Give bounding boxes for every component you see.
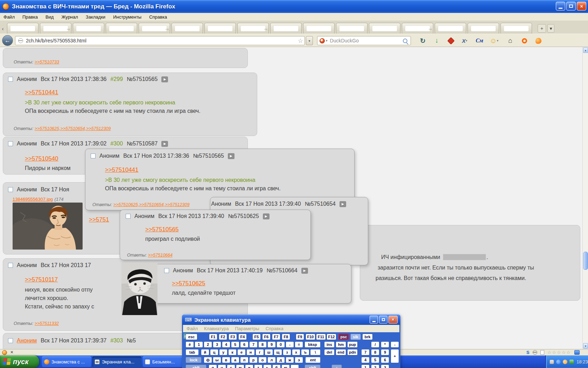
osk-maximize-button[interactable] bbox=[379, 316, 387, 323]
menu-help[interactable]: Справка bbox=[149, 14, 167, 20]
rating-stars-icon[interactable]: ☆☆☆☆☆ bbox=[547, 350, 571, 355]
expand-post-button[interactable]: ▶ bbox=[340, 201, 346, 207]
osk-key-F6[interactable]: F6 bbox=[262, 334, 271, 340]
ring-extension-icon[interactable] bbox=[519, 36, 530, 46]
reply-ref-link[interactable]: >>57510441 bbox=[25, 89, 58, 96]
osk-key-F8[interactable]: F8 bbox=[282, 334, 290, 340]
osk-key-psc[interactable]: psc bbox=[338, 334, 349, 340]
url-dropdown-button[interactable]: ▾ bbox=[306, 36, 313, 45]
osk-key-F4[interactable]: F4 bbox=[238, 334, 247, 340]
cat-thumbnail[interactable] bbox=[121, 263, 158, 315]
reply-ref-link[interactable]: >>57510565 bbox=[145, 226, 179, 233]
osk-key-2[interactable]: 2 bbox=[204, 341, 212, 348]
post-checkbox[interactable] bbox=[126, 214, 131, 219]
osk-key-*[interactable]: * bbox=[381, 341, 389, 348]
post-checkbox[interactable] bbox=[8, 77, 13, 82]
osk-key-pup[interactable]: pup bbox=[347, 341, 358, 348]
osk-key-ы[interactable]: ы bbox=[213, 357, 221, 363]
new-tab-button[interactable]: + bbox=[538, 24, 546, 33]
expand-post-button[interactable]: ▶ bbox=[228, 153, 234, 159]
page-scrollbar[interactable]: ▲ ▼ bbox=[582, 47, 588, 349]
expand-post-button[interactable]: ▶ bbox=[263, 213, 270, 219]
osk-menu-help[interactable]: Справка bbox=[266, 326, 284, 331]
osk-key-и[interactable]: и bbox=[245, 364, 253, 368]
osk-key-hm[interactable]: hm bbox=[336, 341, 346, 348]
post-checkbox[interactable] bbox=[8, 187, 13, 192]
adblock-toolbar-icon[interactable] bbox=[445, 36, 456, 46]
osk-key-F7[interactable]: F7 bbox=[272, 334, 280, 340]
post-number[interactable]: №57510565 bbox=[193, 153, 224, 159]
osk-key--[interactable]: - bbox=[286, 341, 294, 348]
osk-key-ins[interactable]: ins bbox=[324, 341, 335, 348]
tray-icon-c[interactable] bbox=[563, 360, 567, 364]
osk-key-4[interactable]: 4 bbox=[222, 341, 230, 348]
reply-link[interactable]: >>57510625,>>57510654,>>57512309 bbox=[35, 126, 111, 131]
osk-key-F12[interactable]: F12 bbox=[327, 334, 336, 340]
minimize-button[interactable] bbox=[556, 2, 565, 11]
osk-key-5[interactable]: 5 bbox=[231, 341, 239, 348]
osk-key-а[interactable]: а bbox=[231, 357, 239, 363]
osk-key-7[interactable]: 7 bbox=[361, 349, 370, 355]
osk-key-4[interactable]: 4 bbox=[361, 357, 370, 363]
osk-key-9[interactable]: 9 bbox=[267, 341, 276, 348]
taskbar-button-osk[interactable]: Экранная кла... bbox=[92, 356, 141, 367]
osk-key-+[interactable]: + bbox=[391, 349, 399, 363]
tab-3[interactable] bbox=[73, 23, 104, 34]
tab-2[interactable]: ... bbox=[40, 23, 71, 34]
post-checkbox[interactable] bbox=[91, 154, 96, 158]
osk-minimize-button[interactable] bbox=[370, 316, 378, 323]
tab-9[interactable] bbox=[270, 23, 302, 34]
osk-key-blank[interactable] bbox=[290, 364, 299, 368]
cm-extension-icon[interactable]: Cм bbox=[474, 36, 485, 46]
post-number[interactable]: №57510625 bbox=[228, 213, 259, 219]
smiley-extension-icon[interactable]: ☺▾ bbox=[487, 36, 503, 46]
tab-10[interactable] bbox=[303, 23, 335, 34]
osk-key-=[interactable]: = bbox=[295, 341, 303, 348]
menu-tools[interactable]: Инструменты bbox=[113, 14, 141, 20]
osk-key-ent[interactable]: ent bbox=[305, 357, 321, 363]
osk-key-tab[interactable]: tab bbox=[186, 349, 199, 355]
osk-menu-file[interactable]: Файл bbox=[187, 326, 198, 331]
scrollbar-up-button[interactable]: ▲ bbox=[583, 47, 588, 53]
post-number[interactable]: №57510654 bbox=[305, 201, 336, 207]
osk-key-ж[interactable]: ж bbox=[286, 357, 294, 363]
osk-key-pdn[interactable]: pdn bbox=[347, 349, 358, 355]
tray-shield-icon[interactable] bbox=[569, 360, 574, 364]
osk-key-F2[interactable]: F2 bbox=[219, 334, 227, 340]
osk-key-д[interactable]: д bbox=[276, 357, 285, 363]
page-status-icon[interactable] bbox=[540, 350, 544, 355]
panel-status-icon[interactable] bbox=[574, 350, 580, 355]
osk-key-/[interactable]: / bbox=[371, 341, 379, 348]
osk-key-shft[interactable]: shft bbox=[186, 364, 206, 368]
scrollbar-thumb[interactable] bbox=[583, 252, 588, 270]
osk-key-8[interactable]: 8 bbox=[258, 341, 267, 348]
osk-key-F5[interactable]: F5 bbox=[252, 334, 261, 340]
tab-8[interactable]: ... bbox=[237, 23, 269, 34]
osk-key-F10[interactable]: F10 bbox=[306, 334, 315, 340]
osk-key-5[interactable]: 5 bbox=[371, 357, 379, 363]
osk-key-г[interactable]: г bbox=[255, 349, 264, 355]
site-identity-icon[interactable] bbox=[18, 38, 23, 43]
osk-menu-settings[interactable]: Параметры bbox=[235, 326, 259, 331]
osk-key-lock[interactable]: lock bbox=[186, 357, 202, 363]
statusbar-close-icon[interactable]: × bbox=[10, 349, 13, 355]
reply-ref-link[interactable]: >>57510625 bbox=[172, 280, 205, 287]
reply-ref-link[interactable]: >>57510441 bbox=[105, 166, 139, 173]
osk-key-6[interactable]: 6 bbox=[240, 341, 248, 348]
scrollbar-down-button[interactable]: ▼ bbox=[583, 343, 588, 349]
osk-key-м[interactable]: м bbox=[236, 364, 244, 368]
home-button[interactable]: ⌂ bbox=[505, 36, 516, 46]
reply-ref-link[interactable]: >>57510540 bbox=[25, 155, 58, 162]
url-input[interactable] bbox=[25, 38, 298, 44]
osk-key-к[interactable]: к bbox=[228, 349, 237, 355]
flame-extension-icon[interactable] bbox=[533, 36, 544, 46]
osk-key-2[interactable]: 2 bbox=[371, 364, 379, 368]
osk-key-3[interactable]: 3 bbox=[213, 341, 221, 348]
osk-key-ю[interactable]: ю bbox=[281, 364, 290, 368]
osk-key-F9[interactable]: F9 bbox=[296, 334, 304, 340]
osk-key-л[interactable]: л bbox=[267, 357, 276, 363]
reply-link[interactable]: >>57510733 bbox=[35, 60, 59, 64]
osk-key-з[interactable]: з bbox=[283, 349, 291, 355]
menu-view[interactable]: Вид bbox=[46, 14, 54, 20]
osk-key-е[interactable]: е bbox=[237, 349, 246, 355]
